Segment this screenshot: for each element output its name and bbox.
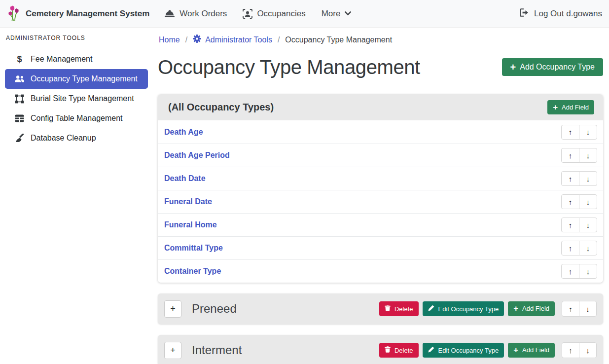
field-link[interactable]: Death Date [164, 174, 206, 183]
reorder-buttons: ↑ ↓ [561, 264, 597, 279]
move-down-button[interactable]: ↓ [579, 342, 597, 358]
reorder-buttons: ↑ ↓ [562, 342, 597, 358]
add-field-label: Add Field [562, 104, 589, 111]
sidebar-item-label: Burial Site Type Management [31, 94, 134, 103]
table-icon [14, 114, 25, 122]
add-field-label: Add Field [522, 346, 549, 354]
move-up-button[interactable]: ↑ [561, 218, 579, 232]
reorder-buttons: ↑ ↓ [561, 171, 597, 186]
field-list: Death Age ↑ ↓ Death Age Period ↑ ↓ Death… [158, 120, 603, 283]
field-row-death-date: Death Date ↑ ↓ [158, 167, 603, 190]
breadcrumb-separator: / [185, 36, 187, 44]
plus-icon: + [513, 346, 518, 354]
move-down-button[interactable]: ↓ [579, 125, 597, 140]
add-occupancy-type-button[interactable]: + Add Occupancy Type [502, 58, 603, 76]
hard-hat-icon [164, 10, 175, 18]
reorder-buttons: ↑ ↓ [561, 148, 597, 163]
app-title: Cemetery Management System [26, 9, 149, 19]
nav-item-label: Occupancies [257, 9, 305, 19]
users-icon [14, 75, 25, 83]
reorder-buttons: ↑ ↓ [561, 125, 597, 140]
pencil-icon [428, 346, 434, 354]
nav-item-work-orders[interactable]: Work Orders [164, 9, 227, 19]
edit-occupancy-type-button[interactable]: Edit Occupancy Type [423, 301, 504, 316]
field-link[interactable]: Container Type [164, 267, 221, 276]
field-row-death-age: Death Age ↑ ↓ [158, 120, 603, 144]
frame-icon [14, 94, 25, 104]
move-down-button[interactable]: ↓ [579, 194, 597, 209]
admin-sidebar: ADMINISTRATOR TOOLS $ Fee Management Occ… [0, 28, 153, 364]
breadcrumb-home-link[interactable]: Home [159, 36, 180, 44]
delete-button[interactable]: Delete [379, 301, 419, 316]
sidebar-heading: ADMINISTRATOR TOOLS [5, 32, 148, 49]
page-title: Occupancy Type Management [158, 56, 420, 78]
main-content: Home / [153, 28, 609, 364]
edit-occupancy-type-label: Edit Occupancy Type [438, 305, 499, 313]
move-down-button[interactable]: ↓ [579, 148, 597, 163]
field-link[interactable]: Funeral Date [164, 197, 212, 206]
sidebar-item-occupancy-type-management[interactable]: Occupancy Type Management [5, 69, 148, 89]
reorder-buttons: ↑ ↓ [561, 241, 597, 255]
all-occupancy-types-title: (All Occupancy Types) [168, 102, 274, 113]
sidebar-item-fee-management[interactable]: $ Fee Management [5, 49, 148, 69]
expand-section-button[interactable]: + [164, 300, 181, 318]
occupancy-type-section-interment: + Interment Delete Edi [158, 335, 603, 364]
chevron-down-icon [345, 11, 351, 16]
logout-button[interactable]: Log Out d.gowans [520, 8, 602, 19]
sidebar-item-config-table-management[interactable]: Config Table Management [5, 109, 148, 128]
sidebar-item-label: Database Cleanup [31, 134, 96, 143]
add-field-label: Add Field [522, 305, 549, 312]
move-up-button[interactable]: ↑ [561, 264, 579, 279]
breadcrumb-separator: / [278, 36, 280, 44]
sidebar-item-label: Config Table Management [31, 114, 123, 123]
breadcrumb-current: Occupancy Type Management [285, 36, 392, 44]
add-field-button[interactable]: + Add Field [508, 343, 555, 357]
move-down-button[interactable]: ↓ [579, 241, 597, 255]
occupancy-type-sections: + Preneed Delete Edit [158, 293, 603, 364]
sidebar-item-label: Occupancy Type Management [31, 74, 138, 83]
move-up-button[interactable]: ↑ [562, 342, 579, 358]
move-up-button[interactable]: ↑ [561, 148, 579, 163]
move-up-button[interactable]: ↑ [562, 301, 579, 317]
move-down-button[interactable]: ↓ [579, 218, 597, 232]
delete-label: Delete [394, 347, 413, 354]
trash-icon [385, 305, 391, 313]
section-actions: Delete Edit Occupancy Type + Add Field ↑… [379, 301, 597, 317]
move-up-button[interactable]: ↑ [561, 241, 579, 255]
all-occupancy-types-header: (All Occupancy Types) + Add Field [158, 94, 603, 120]
nav-item-more[interactable]: More [322, 9, 352, 19]
move-down-button[interactable]: ↓ [579, 264, 597, 279]
move-up-button[interactable]: ↑ [561, 194, 579, 209]
field-link[interactable]: Funeral Home [164, 220, 217, 229]
move-up-button[interactable]: ↑ [561, 171, 579, 186]
add-field-button[interactable]: + Add Field [547, 100, 594, 114]
delete-button[interactable]: Delete [379, 343, 419, 358]
field-row-funeral-home: Funeral Home ↑ ↓ [158, 213, 603, 236]
nav-item-occupancies[interactable]: Occupancies [243, 9, 305, 19]
field-row-container-type: Container Type ↑ ↓ [158, 259, 603, 283]
field-link[interactable]: Death Age Period [164, 151, 230, 160]
field-row-death-age-period: Death Age Period ↑ ↓ [158, 144, 603, 167]
breadcrumb-admin-tools-link[interactable]: Administrator Tools [193, 35, 272, 45]
add-field-button[interactable]: + Add Field [508, 301, 555, 316]
move-down-button[interactable]: ↓ [579, 171, 597, 186]
expand-section-button[interactable]: + [164, 342, 181, 359]
sidebar-item-database-cleanup[interactable]: Database Cleanup [5, 128, 148, 148]
dollar-icon: $ [14, 55, 25, 64]
breadcrumb: Home / [158, 31, 603, 54]
field-link[interactable]: Committal Type [164, 244, 223, 253]
add-occupancy-type-label: Add Occupancy Type [520, 63, 595, 72]
nav-item-label: More [322, 9, 341, 19]
all-occupancy-types-card: (All Occupancy Types) + Add Field Death … [158, 94, 603, 283]
occupancy-type-name: Interment [192, 343, 242, 357]
field-row-committal-type: Committal Type ↑ ↓ [158, 236, 603, 259]
edit-occupancy-type-label: Edit Occupancy Type [438, 347, 499, 354]
field-link[interactable]: Death Age [164, 128, 203, 137]
app-brand[interactable]: Cemetery Management System [7, 4, 149, 23]
occupancy-type-section-preneed: + Preneed Delete Edit [158, 293, 603, 324]
sidebar-item-burial-site-type-management[interactable]: Burial Site Type Management [5, 89, 148, 109]
move-up-button[interactable]: ↑ [561, 125, 579, 140]
move-down-button[interactable]: ↓ [579, 301, 597, 317]
edit-occupancy-type-button[interactable]: Edit Occupancy Type [423, 343, 504, 358]
reorder-buttons: ↑ ↓ [561, 218, 597, 232]
